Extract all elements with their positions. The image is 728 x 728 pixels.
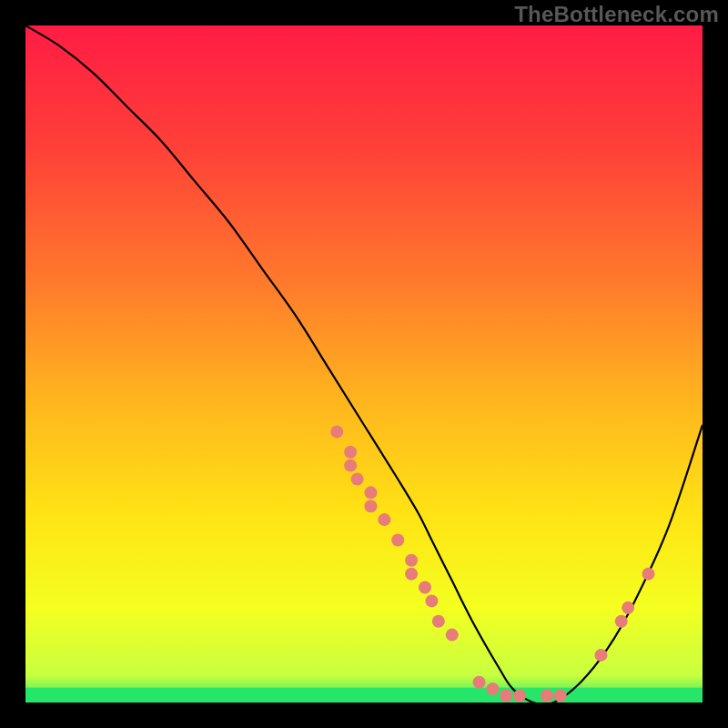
sample-point	[425, 594, 438, 607]
sample-point	[486, 682, 499, 695]
sample-point	[405, 554, 418, 567]
sample-point	[330, 425, 343, 438]
sample-point	[500, 690, 512, 703]
sample-point	[351, 472, 364, 485]
sample-point	[446, 629, 459, 642]
bottleneck-chart	[25, 25, 703, 703]
sample-point	[615, 615, 628, 628]
sample-point	[364, 486, 377, 499]
gradient-background	[25, 25, 703, 703]
watermark-text: TheBottleneck.com	[514, 2, 719, 27]
sample-point	[378, 513, 390, 526]
sample-point	[391, 533, 404, 546]
sample-point	[364, 500, 377, 512]
sample-point	[622, 602, 634, 614]
chart-frame: TheBottleneck.com	[0, 0, 728, 728]
sample-point	[594, 649, 607, 662]
sample-point	[419, 581, 431, 594]
sample-point	[642, 568, 654, 581]
sample-point	[432, 615, 445, 628]
plot-area	[25, 25, 703, 703]
sample-point	[513, 690, 526, 703]
sample-point	[541, 690, 553, 703]
sample-point	[405, 568, 418, 581]
optimal-band	[25, 688, 703, 703]
sample-point	[472, 676, 485, 689]
sample-point	[554, 690, 567, 703]
sample-point	[344, 446, 357, 459]
sample-point	[344, 460, 357, 472]
